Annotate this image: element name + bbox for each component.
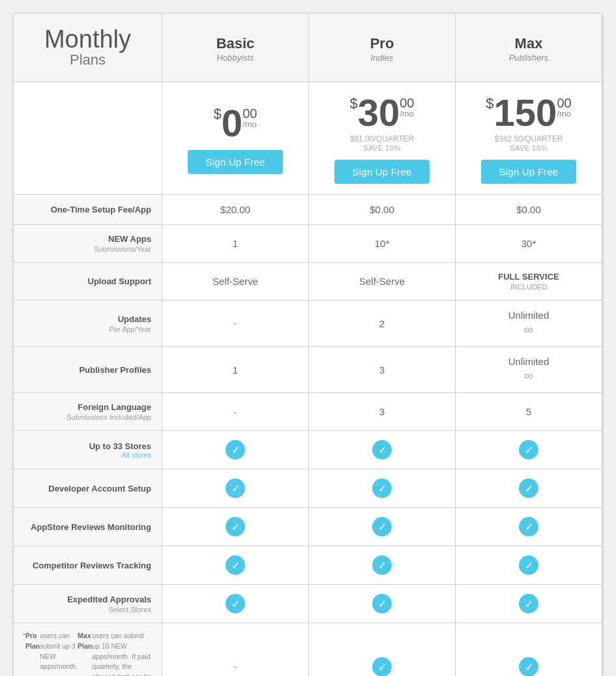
feature-cell-0-1: $0.00 [309,195,456,225]
feature-cell-7-0: ✓ [162,469,309,508]
feature-cell-0-2: $0.00 [456,195,602,225]
footer-note-label: * Pro Plan users can submit up 3 NEW app… [14,623,162,676]
feature-label-9: Competitor Reviews Tracking [14,546,162,585]
feature-sub: Per App/Year [110,325,151,333]
price-dollar-basic: $ [214,107,222,121]
price-dollar-max: $ [486,96,493,111]
monthly-text: Monthly [44,27,131,51]
feature-cell-9-2: ✓ [456,546,602,585]
dash-value: - [233,661,237,673]
check-icon: ✓ [226,478,245,498]
table-grid: Monthly Plans Basic Hobbyists Pro Indies… [14,14,602,676]
feature-cell-5-1: 3 [309,393,456,431]
feature-cell-5-0: - [162,393,309,431]
feature-name: Updates [118,314,151,324]
feature-name: Developer Account Setup [48,484,151,493]
price-display-max: $ 150 00 /mo [486,94,571,132]
check-icon: ✓ [226,517,245,536]
signup-button-max[interactable]: Sign Up Free [481,160,577,184]
check-icon: ✓ [519,440,538,460]
price-cents-mo-pro: 00 /mo [400,96,414,118]
feature-label-6: Up to 33 StoresAll stores [14,431,162,469]
plan-subtitle-pro: Indies [371,53,394,63]
feature-cell-1-0: 1 [162,225,309,263]
feature-cell-7-1: ✓ [309,469,456,508]
cell-value: 10* [375,238,390,249]
feature-cell-4-0: 1 [162,347,309,393]
feature-cell-2-2: FULL ServiceINCLUDED [456,263,602,301]
feature-cell-9-0: ✓ [162,546,309,585]
cell-value: 2 [379,318,385,329]
price-cell-basic: $ 0 00 /mo Sign Up Free [162,82,309,195]
cell-value: 30* [521,238,536,249]
cell-value: $20.00 [220,204,250,215]
feature-cell-6-2: ✓ [456,431,602,469]
plans-text: Plans [70,51,106,68]
feature-label-3: UpdatesPer App/Year [14,301,162,347]
check-icon: ✓ [372,594,392,613]
check-icon: ✓ [519,517,538,536]
price-display-basic: $ 0 00 /mo [214,104,257,142]
feature-cell-3-1: 2 [309,301,456,347]
cell-value: 1 [233,364,238,375]
feature-name: NEW Apps [108,234,151,244]
feature-label-2: Upload Support [14,263,162,301]
feature-cell-2-1: Self-Serve [309,263,456,301]
footer-cell-2: ✓ [456,623,602,676]
price-mo-pro: /mo [400,110,414,118]
footer-cell-1: ✓ [309,623,456,676]
feature-cell-1-2: 30* [456,225,602,263]
feature-cell-4-1: 3 [309,347,456,393]
cell-value: 5 [526,406,531,417]
check-icon: ✓ [372,555,392,575]
check-icon: ✓ [519,657,538,676]
price-save-pro: SAVE 10% [363,144,401,152]
feature-label-5: Foreign LanguageSubmissions Included/App [14,393,162,431]
dash-value: - [233,406,237,418]
feature-name: Publisher Profiles [79,365,151,375]
feature-cell-5-2: 5 [456,393,602,431]
check-icon: ✓ [372,440,392,460]
cell-value: 3 [379,406,385,417]
signup-button-basic[interactable]: Sign Up Free [188,150,284,174]
feature-cell-9-1: ✓ [309,546,456,585]
plan-header-max: Max Publishers [456,14,602,82]
price-cents-mo-max: 00 /mo [557,96,571,118]
check-icon: ✓ [372,478,392,498]
feature-cell-8-2: ✓ [456,508,602,546]
feature-cell-10-0: ✓ [162,585,309,623]
feature-label-10: Expedited ApprovalsSelect Stores [14,585,162,623]
pricing-table: Monthly Plans Basic Hobbyists Pro Indies… [13,13,603,676]
signup-button-pro[interactable]: Sign Up Free [334,160,430,184]
feature-cell-0-0: $20.00 [162,195,309,225]
feature-cell-8-1: ✓ [309,508,456,546]
feature-label-0: One-Time Setup Fee/App [14,195,162,225]
feature-name: Up to 33 Stores [89,441,151,451]
cell-value: 3 [379,364,385,375]
price-dollar-pro: $ [349,96,357,111]
plan-name-pro: Pro [370,35,394,52]
check-icon: ✓ [519,478,538,498]
feature-name: Competitor Reviews Tracking [33,561,151,570]
cell-value: Self-Serve [359,276,405,287]
cell-value: Self-Serve [213,276,258,287]
unlimited-value: Unlimited∞ [508,310,550,337]
price-quarter-pro: $81.00/QUARTER [350,134,415,143]
feature-cell-7-2: ✓ [456,469,602,508]
price-main-pro: 30 [358,94,400,132]
price-main-max: 150 [494,94,557,132]
plan-name-max: Max [515,35,543,52]
feature-cell-3-0: - [162,301,309,347]
price-cell-max: $ 150 00 /mo $382.50/QUARTER SAVE 15% Si… [456,82,602,195]
price-cents-max: 00 [557,96,571,110]
feature-label-4: Publisher Profiles [14,347,162,393]
feature-cell-2-0: Self-Serve [162,263,309,301]
price-mo-basic: /mo [242,120,257,128]
feature-label-8: AppStore Reviews Monitoring [14,508,162,546]
cell-value: $0.00 [370,204,394,215]
price-main-basic: 0 [222,104,242,142]
feature-sub: Submissions/Year [94,245,151,253]
price-cents-mo-basic: 00 /mo [242,107,257,128]
check-icon: ✓ [519,555,538,575]
check-icon: ✓ [226,555,245,575]
